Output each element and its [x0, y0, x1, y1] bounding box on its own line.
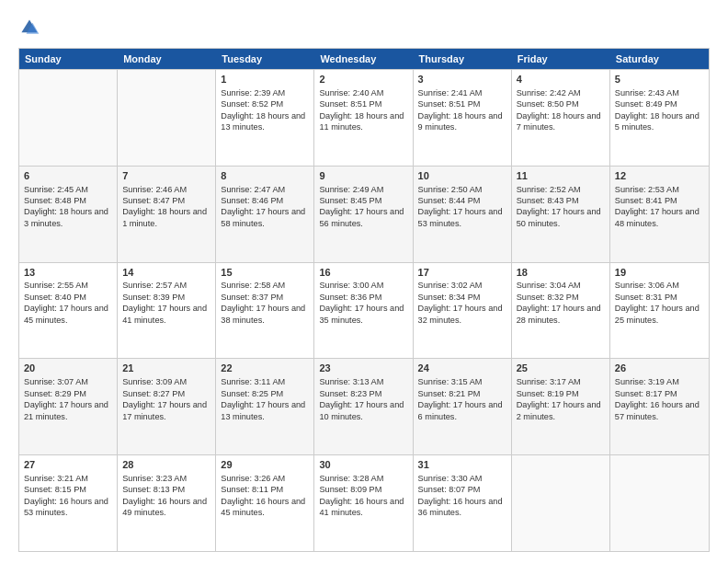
calendar-cell: 6Sunrise: 2:45 AMSunset: 8:48 PMDaylight… — [19, 167, 118, 262]
calendar-cell: 9Sunrise: 2:49 AMSunset: 8:45 PMDaylight… — [314, 167, 413, 262]
daylight-text: Daylight: 17 hours and 2 minutes. — [517, 399, 605, 422]
daylight-text: Daylight: 17 hours and 41 minutes. — [122, 303, 210, 326]
day-number: 19 — [615, 266, 704, 280]
day-number: 26 — [615, 362, 704, 375]
day-number: 23 — [319, 362, 407, 375]
daylight-text: Daylight: 17 hours and 35 minutes. — [319, 303, 407, 326]
sunrise-text: Sunrise: 3:23 AM — [122, 473, 210, 484]
calendar-cell: 7Sunrise: 2:46 AMSunset: 8:47 PMDaylight… — [118, 167, 216, 262]
calendar-cell: 12Sunrise: 2:53 AMSunset: 8:41 PMDayligh… — [610, 167, 709, 262]
sunset-text: Sunset: 8:52 PM — [221, 98, 309, 109]
sunset-text: Sunset: 8:15 PM — [24, 484, 112, 495]
day-number: 11 — [517, 169, 605, 183]
sunset-text: Sunset: 8:25 PM — [221, 388, 309, 399]
sunrise-text: Sunrise: 3:09 AM — [122, 376, 210, 387]
calendar-cell: 18Sunrise: 3:04 AMSunset: 8:32 PMDayligh… — [512, 263, 610, 359]
calendar-cell: 22Sunrise: 3:11 AMSunset: 8:25 PMDayligh… — [216, 359, 314, 454]
sunset-text: Sunset: 8:40 PM — [24, 292, 112, 303]
sunrise-text: Sunrise: 3:11 AM — [221, 376, 309, 387]
sunrise-text: Sunrise: 2:58 AM — [221, 280, 309, 291]
calendar-cell: 19Sunrise: 3:06 AMSunset: 8:31 PMDayligh… — [610, 263, 709, 359]
daylight-text: Daylight: 17 hours and 28 minutes. — [517, 303, 605, 326]
sunrise-text: Sunrise: 3:30 AM — [418, 473, 506, 484]
daylight-text: Daylight: 18 hours and 7 minutes. — [517, 110, 605, 133]
header-day-tuesday: Tuesday — [216, 49, 314, 69]
daylight-text: Daylight: 17 hours and 13 minutes. — [221, 399, 309, 422]
daylight-text: Daylight: 18 hours and 1 minute. — [122, 206, 210, 229]
page: SundayMondayTuesdayWednesdayThursdayFrid… — [0, 0, 728, 563]
calendar-cell: 5Sunrise: 2:43 AMSunset: 8:49 PMDaylight… — [610, 70, 709, 166]
header-day-friday: Friday — [512, 49, 610, 69]
calendar-cell — [512, 455, 610, 551]
sunrise-text: Sunrise: 2:45 AM — [24, 184, 112, 195]
sunset-text: Sunset: 8:13 PM — [122, 484, 210, 495]
sunrise-text: Sunrise: 3:06 AM — [615, 280, 704, 291]
sunset-text: Sunset: 8:39 PM — [122, 292, 210, 303]
sunrise-text: Sunrise: 3:19 AM — [615, 376, 704, 387]
sunrise-text: Sunrise: 3:15 AM — [418, 376, 506, 387]
calendar-cell: 25Sunrise: 3:17 AMSunset: 8:19 PMDayligh… — [512, 359, 610, 454]
day-number: 21 — [122, 362, 210, 375]
sunset-text: Sunset: 8:51 PM — [319, 98, 407, 109]
daylight-text: Daylight: 16 hours and 49 minutes. — [122, 496, 210, 519]
header-day-sunday: Sunday — [19, 49, 118, 69]
calendar-cell: 17Sunrise: 3:02 AMSunset: 8:34 PMDayligh… — [414, 263, 512, 359]
calendar-cell: 2Sunrise: 2:40 AMSunset: 8:51 PMDaylight… — [314, 70, 413, 166]
sunrise-text: Sunrise: 2:57 AM — [122, 280, 210, 291]
sunset-text: Sunset: 8:27 PM — [122, 388, 210, 399]
sunset-text: Sunset: 8:31 PM — [615, 292, 704, 303]
daylight-text: Daylight: 18 hours and 13 minutes. — [221, 110, 309, 133]
calendar-cell: 30Sunrise: 3:28 AMSunset: 8:09 PMDayligh… — [314, 455, 413, 551]
day-number: 9 — [319, 169, 407, 183]
day-number: 15 — [221, 266, 309, 280]
sunset-text: Sunset: 8:34 PM — [418, 292, 506, 303]
day-number: 24 — [418, 362, 506, 375]
daylight-text: Daylight: 17 hours and 21 minutes. — [24, 399, 112, 422]
sunrise-text: Sunrise: 2:53 AM — [615, 184, 704, 195]
calendar-row-3: 13Sunrise: 2:55 AMSunset: 8:40 PMDayligh… — [19, 262, 709, 359]
sunset-text: Sunset: 8:44 PM — [418, 195, 506, 206]
calendar-cell: 14Sunrise: 2:57 AMSunset: 8:39 PMDayligh… — [118, 263, 216, 359]
calendar-cell: 31Sunrise: 3:30 AMSunset: 8:07 PMDayligh… — [414, 455, 512, 551]
calendar-row-2: 6Sunrise: 2:45 AMSunset: 8:48 PMDaylight… — [19, 166, 709, 262]
sunrise-text: Sunrise: 3:17 AM — [517, 376, 605, 387]
calendar-cell: 3Sunrise: 2:41 AMSunset: 8:51 PMDaylight… — [414, 70, 512, 166]
day-number: 4 — [517, 73, 605, 86]
sunset-text: Sunset: 8:07 PM — [418, 484, 506, 495]
sunrise-text: Sunrise: 3:02 AM — [418, 280, 506, 291]
sunset-text: Sunset: 8:49 PM — [615, 98, 704, 109]
daylight-text: Daylight: 17 hours and 48 minutes. — [615, 206, 704, 229]
day-number: 31 — [418, 458, 506, 472]
header — [18, 17, 710, 39]
sunrise-text: Sunrise: 3:04 AM — [517, 280, 605, 291]
calendar-cell: 15Sunrise: 2:58 AMSunset: 8:37 PMDayligh… — [216, 263, 314, 359]
day-number: 25 — [517, 362, 605, 375]
day-number: 13 — [24, 266, 112, 280]
calendar-cell: 21Sunrise: 3:09 AMSunset: 8:27 PMDayligh… — [118, 359, 216, 454]
sunset-text: Sunset: 8:32 PM — [517, 292, 605, 303]
daylight-text: Daylight: 17 hours and 6 minutes. — [418, 399, 506, 422]
day-number: 1 — [221, 73, 309, 86]
daylight-text: Daylight: 18 hours and 3 minutes. — [24, 206, 112, 229]
daylight-text: Daylight: 18 hours and 5 minutes. — [615, 110, 704, 133]
sunrise-text: Sunrise: 2:46 AM — [122, 184, 210, 195]
calendar-cell: 1Sunrise: 2:39 AMSunset: 8:52 PMDaylight… — [216, 70, 314, 166]
sunrise-text: Sunrise: 2:43 AM — [615, 87, 704, 98]
sunrise-text: Sunrise: 3:28 AM — [319, 473, 407, 484]
day-number: 12 — [615, 169, 704, 183]
daylight-text: Daylight: 17 hours and 25 minutes. — [615, 303, 704, 326]
calendar: SundayMondayTuesdayWednesdayThursdayFrid… — [18, 48, 710, 552]
daylight-text: Daylight: 17 hours and 38 minutes. — [221, 303, 309, 326]
sunset-text: Sunset: 8:51 PM — [418, 98, 506, 109]
day-number: 10 — [418, 169, 506, 183]
sunrise-text: Sunrise: 2:49 AM — [319, 184, 407, 195]
header-day-saturday: Saturday — [610, 49, 709, 69]
day-number: 6 — [24, 169, 112, 183]
calendar-cell: 13Sunrise: 2:55 AMSunset: 8:40 PMDayligh… — [19, 263, 118, 359]
daylight-text: Daylight: 16 hours and 45 minutes. — [221, 496, 309, 519]
daylight-text: Daylight: 18 hours and 9 minutes. — [418, 110, 506, 133]
sunset-text: Sunset: 8:19 PM — [517, 388, 605, 399]
sunrise-text: Sunrise: 2:55 AM — [24, 280, 112, 291]
calendar-cell — [610, 455, 709, 551]
sunrise-text: Sunrise: 2:50 AM — [418, 184, 506, 195]
